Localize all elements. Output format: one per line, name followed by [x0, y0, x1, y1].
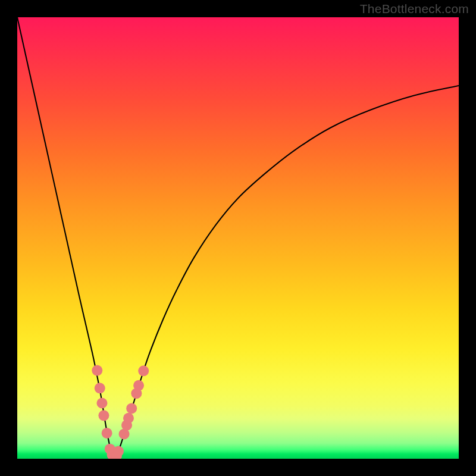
curve-marker — [98, 410, 109, 421]
curve-marker — [123, 413, 134, 424]
curve-marker — [95, 383, 105, 393]
curve-marker — [126, 403, 137, 414]
curve-marker — [138, 365, 149, 376]
curve-marker — [113, 446, 124, 456]
curve-marker — [92, 365, 102, 376]
curve-marker — [96, 398, 107, 409]
bottleneck-curve — [17, 17, 459, 458]
chart-stage: TheBottleneck.com — [0, 0, 476, 476]
plot-svg — [17, 17, 459, 459]
curve-marker — [102, 428, 112, 439]
watermark-text: TheBottleneck.com — [360, 2, 469, 16]
curve-marker — [133, 380, 144, 391]
plot-area — [17, 17, 459, 459]
